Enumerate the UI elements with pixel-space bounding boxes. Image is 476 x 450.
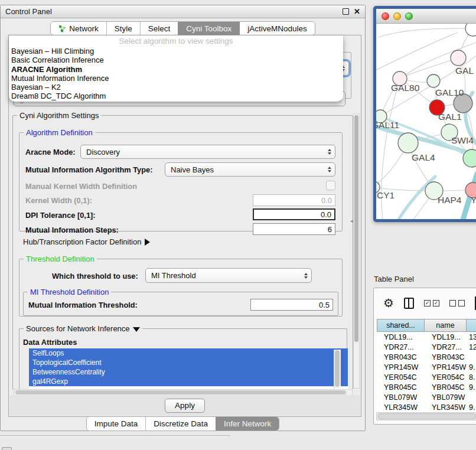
data-attributes-list[interactable]: SelfLoopsTopologicalCoefficientBetweenne… <box>29 348 348 390</box>
select-all-checkbox-icon[interactable]: ✓✓ <box>424 300 439 306</box>
zoom-traffic-light-icon[interactable] <box>405 12 413 20</box>
table-cell: YER054C <box>425 372 467 382</box>
bottom-tab-infer-network[interactable]: Infer Network <box>216 417 279 431</box>
table-cell: YLR345W <box>377 402 425 412</box>
network-node-label: GAL4 <box>412 152 435 162</box>
column-header-a[interactable]: A <box>467 319 476 332</box>
mi-steps-label: Mutual Information Steps: <box>25 226 119 234</box>
tab-jactivemnodules[interactable]: jActiveMNodules <box>239 22 315 35</box>
network-icon <box>58 25 66 32</box>
column-header-shared[interactable]: shared... <box>377 319 425 332</box>
kernel-width-field[interactable] <box>253 194 335 206</box>
attribute-item-gal4rgexp[interactable]: gal4RGexp <box>29 377 348 386</box>
network-edge[interactable] <box>378 28 473 37</box>
table-row[interactable]: YPR145WYPR145W9. <box>377 362 476 372</box>
mi-threshold-field[interactable] <box>250 299 333 311</box>
table-row[interactable]: YBR045CYBR045C9. <box>377 382 476 392</box>
hub-definition-toggle[interactable]: Hub/Transcription Factor Definition <box>23 237 150 246</box>
dropdown-item-bayesian-k2[interactable]: Bayesian – K2 <box>9 83 343 92</box>
network-node-label: GAL80 <box>391 83 420 93</box>
bottom-tab-label: Impute Data <box>94 419 138 428</box>
table-row[interactable]: YBL079WYBL079W <box>377 392 476 402</box>
apply-button[interactable]: Apply <box>165 399 205 413</box>
network-window-titlebar[interactable] <box>376 9 476 24</box>
table-row[interactable]: YDL19...YDL19...13 <box>377 332 476 342</box>
dropdown-item-dream8-dc-tdc-algorithm[interactable]: Dream8 DC_TDC Algorithm <box>9 92 343 100</box>
tab-select[interactable]: Select <box>140 22 178 35</box>
table-horizontal-scrollbar[interactable] <box>376 412 476 420</box>
bottom-left-partial-button[interactable] <box>2 447 12 450</box>
mi-algorithm-type-combo[interactable]: Naive Bayes <box>165 162 335 177</box>
network-node[interactable] <box>427 74 440 87</box>
table-cell: YBL079W <box>377 392 425 402</box>
close-traffic-light-icon[interactable] <box>382 12 389 20</box>
network-node[interactable] <box>451 50 466 66</box>
apply-button-label: Apply <box>175 401 195 410</box>
table-row[interactable]: YDR27...YDR27...12 <box>377 342 476 352</box>
network-canvas[interactable]: GALGAL80GAL10GAL11GAL1SWI4GAL4GCY1HAP4YH… <box>376 24 476 219</box>
minimize-traffic-light-icon[interactable] <box>393 12 401 20</box>
data-attributes-label: Data Attributes <box>23 338 77 347</box>
float-window-icon[interactable] <box>343 8 349 15</box>
control-panel-window: Control Panel ✕ NetworkStyleSelectCyni T… <box>0 5 366 431</box>
dropdown-item-basic-correlation-inference[interactable]: Basic Correlation Inference <box>9 56 343 64</box>
column-header-name[interactable]: name <box>425 319 467 332</box>
settings-vertical-scrollbar[interactable] <box>353 113 360 389</box>
table-cell: 13 <box>467 332 476 342</box>
dropdown-item-bayesian-hill-climbing[interactable]: Bayesian – Hill Climbing <box>9 47 343 56</box>
table-row[interactable]: YLR345WYLR345W9. <box>377 402 476 412</box>
splitter-collapse-arrow[interactable]: ◂ <box>350 218 353 224</box>
network-edge[interactable] <box>376 32 458 73</box>
tab-network[interactable]: Network <box>51 22 106 35</box>
bottom-tab-label: Discretize Data <box>154 419 208 428</box>
tab-label: Style <box>115 24 132 33</box>
expanded-arrow-icon <box>133 327 140 332</box>
which-threshold-value: MI Threshold <box>151 271 196 280</box>
which-threshold-combo[interactable]: MI Threshold <box>145 268 312 283</box>
manual-kernel-width-checkbox[interactable] <box>326 181 335 190</box>
table-row[interactable]: YER054CYER054C8. <box>377 372 476 382</box>
table-cell: 9. <box>467 382 476 392</box>
dropdown-item-aracne-algorithm[interactable]: ARACNE Algorithm <box>9 65 343 74</box>
bottom-tab-impute-data[interactable]: Impute Data <box>87 417 146 431</box>
table-cell: 12 <box>467 342 476 352</box>
apply-strip: Apply <box>9 395 360 416</box>
close-icon[interactable]: ✕ <box>354 9 360 15</box>
tab-label: Network <box>69 24 99 33</box>
network-node[interactable] <box>398 133 418 153</box>
sources-label[interactable]: Sources for Network Inference <box>24 324 142 333</box>
settings-gear-icon[interactable]: ⚙ <box>383 297 394 309</box>
control-panel-titlebar[interactable]: Control Panel ✕ <box>1 5 365 18</box>
table-cell: YBR043C <box>425 352 467 362</box>
table-cell: YBR045C <box>377 382 425 392</box>
tab-label: Select <box>148 24 171 33</box>
network-node[interactable] <box>465 24 476 36</box>
column-layout-icon[interactable] <box>404 298 414 309</box>
table-row[interactable]: YBR043CYBR043C <box>377 352 476 362</box>
control-panel-tabbar: NetworkStyleSelectCyni ToolboxjActiveMNo… <box>1 21 365 35</box>
tab-label: Cyni Toolbox <box>186 24 232 33</box>
network-view-window: GALGAL80GAL10GAL11GAL1SWI4GAL4GCY1HAP4YH… <box>373 6 476 222</box>
bottom-divider <box>0 435 230 436</box>
tab-cyni-toolbox[interactable]: Cyni Toolbox <box>178 22 239 35</box>
cyni-algorithm-settings-group: Cyni Algorithm Settings Algorithm Defini… <box>12 115 353 390</box>
tab-style[interactable]: Style <box>106 22 140 35</box>
aracne-mode-combo[interactable]: Discovery <box>80 145 335 159</box>
aracne-mode-value: Discovery <box>86 148 120 156</box>
bottom-tab-discretize-data[interactable]: Discretize Data <box>145 417 216 431</box>
table-cell: 9. <box>467 402 476 412</box>
algorithm-definition-group: Algorithm Definition Aracne Mode: Discov… <box>19 132 343 231</box>
sources-group: Sources for Network Inference Data Attri… <box>19 328 347 389</box>
dropdown-item-mutual-information-inference[interactable]: Mutual Information Inference <box>9 74 343 83</box>
attribute-list-scrollbar[interactable] <box>334 350 341 389</box>
mi-steps-field[interactable] <box>253 223 335 235</box>
bottom-tab-label: Infer Network <box>224 419 271 428</box>
attribute-item-betweennesscentrality[interactable]: BetweennessCentrality <box>29 367 348 377</box>
attribute-item-topologicalcoefficient[interactable]: TopologicalCoefficient <box>29 358 348 367</box>
attribute-item-selfloops[interactable]: SelfLoops <box>29 348 348 358</box>
deselect-all-checkbox-icon[interactable] <box>449 300 465 306</box>
table-cell: YBR043C <box>377 352 425 362</box>
dpi-tolerance-field[interactable] <box>253 208 335 220</box>
table-panel-title: Table Panel <box>374 275 414 283</box>
collapsed-arrow-icon <box>145 239 150 246</box>
